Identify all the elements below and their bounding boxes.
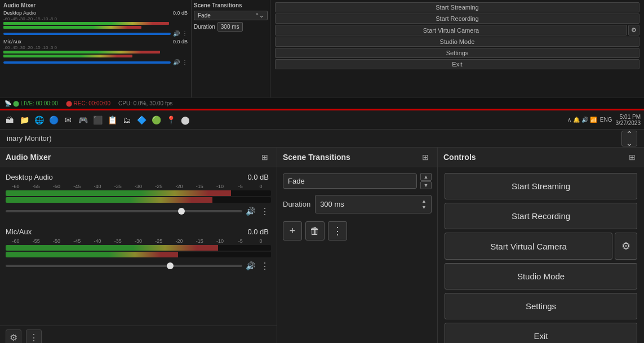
mini-vol-desktop	[3, 33, 171, 35]
mic-meter-bottom	[6, 252, 271, 257]
mic-speaker-icon[interactable]: 🔊	[246, 261, 255, 270]
taskbar-icon-circle[interactable]: ⬤	[179, 114, 192, 126]
start-streaming-btn[interactable]: Start Streaming	[445, 173, 637, 199]
taskbar-icon-chrome[interactable]: 🔵	[47, 114, 60, 126]
taskbar-icon-blue[interactable]: 🔷	[135, 114, 148, 126]
desktop-audio-db: 0.0 dB	[247, 173, 269, 181]
scene-transitions-title: Scene Transitions	[283, 153, 419, 162]
mini-fade-arrows: ⌃⌄	[255, 12, 264, 19]
mini-scene-title: Scene Transitions	[194, 2, 268, 8]
controls-header: Controls ⊞	[438, 148, 644, 167]
taskbar-icon-2[interactable]: 📁	[18, 114, 30, 126]
desktop-speaker-icon[interactable]: 🔊	[246, 207, 255, 216]
mini-settings-btn[interactable]: Settings	[275, 48, 639, 58]
primary-monitor-expand-btn[interactable]: ⌃⌄	[621, 131, 637, 146]
duration-up-btn[interactable]: ▲	[421, 198, 427, 204]
top-preview-section: Audio Mixer Desktop Audio 0.0 dB -60-45-…	[0, 0, 644, 110]
taskbar-icon-1[interactable]: 🏔	[3, 114, 16, 126]
taskbar-icon-3[interactable]: 🌐	[33, 114, 45, 126]
duration-label: Duration	[283, 200, 310, 208]
taskbar-icon-game[interactable]: 🎮	[77, 114, 89, 126]
mini-scene-panel: Scene Transitions Fade ⌃⌄ Duration 300 m…	[192, 0, 270, 97]
desktop-meter-top	[6, 190, 271, 196]
mic-aux-db: 0.0 dB	[247, 228, 269, 236]
duration-value-text: 300 ms	[320, 200, 344, 208]
mini-meter-desktop-bot	[3, 26, 141, 29]
mini-desktop-row: Desktop Audio 0.0 dB	[3, 10, 188, 16]
preview-status-bar: 📡 ⬤ LIVE: 00:00:00 ⬤ REC: 00:00:00 CPU: …	[0, 97, 644, 109]
mic-volume-slider[interactable]	[6, 265, 242, 267]
taskbar-icon-folder[interactable]: 🗂	[121, 114, 133, 126]
taskbar-icon-email[interactable]: ✉	[62, 114, 74, 126]
transition-select-row: Fade ▲ ▼	[283, 173, 432, 189]
audio-mixer-panel: Audio Mixer ⊞ Desktop Audio 0.0 dB -60-5…	[0, 148, 277, 343]
more-transitions-btn[interactable]: ⋮	[328, 221, 347, 240]
mixer-footer: ⚙ ⋮	[0, 326, 277, 343]
mixer-gear-btn[interactable]: ⚙	[6, 329, 21, 343]
mic-aux-header: Mic/Aux 0.0 dB	[6, 228, 271, 236]
mini-vol-mic	[3, 61, 171, 64]
transition-actions: + 🗑 ⋮	[283, 221, 432, 240]
mini-mic-controls: 🔊 ⋮	[3, 59, 188, 65]
add-transition-btn[interactable]: +	[283, 221, 302, 240]
scene-transitions-panel: Scene Transitions ⊞ Fade ▲ ▼ Duration 30…	[277, 148, 438, 343]
start-recording-btn[interactable]: Start Recording	[445, 203, 637, 229]
mixer-content: Desktop Audio 0.0 dB -60-55-50-45-40-35-…	[0, 167, 277, 326]
mini-studio-mode-btn[interactable]: Studio Mode	[275, 37, 639, 47]
exit-btn[interactable]: Exit	[445, 323, 637, 343]
desktop-more-btn[interactable]: ⋮	[259, 205, 271, 217]
audio-mixer-title: Audio Mixer	[6, 153, 259, 162]
desktop-audio-controls: 🔊 ⋮	[6, 205, 271, 217]
settings-btn[interactable]: Settings	[445, 293, 637, 319]
studio-mode-btn[interactable]: Studio Mode	[445, 263, 637, 289]
mini-meter-mic-top	[3, 51, 160, 54]
controls-expand-btn[interactable]: ⊞	[626, 151, 638, 163]
virtual-camera-row: Start Virtual Camera ⚙	[445, 233, 637, 260]
desktop-meter-bottom	[6, 197, 271, 203]
taskbar-clock: 5:01 PM 3/27/2023	[616, 114, 641, 126]
transition-down-arrow[interactable]: ▼	[420, 181, 432, 189]
mic-more-btn[interactable]: ⋮	[259, 260, 271, 272]
mini-virtual-row: Start Virtual Camera ⚙	[275, 25, 639, 35]
scene-transitions-expand-btn[interactable]: ⊞	[419, 151, 432, 163]
mini-controls-panel: Start Streaming Start Recording Start Vi…	[270, 0, 644, 97]
mini-duration-val: 300 ms	[217, 22, 243, 32]
mic-meter-bar-bot	[6, 252, 178, 257]
mixer-dots-btn[interactable]: ⋮	[26, 329, 42, 343]
taskbar-icon-files[interactable]: 📋	[106, 114, 118, 126]
transition-up-arrow[interactable]: ▲	[420, 173, 432, 181]
mini-exit-btn[interactable]: Exit	[275, 59, 639, 69]
mini-start-recording-btn[interactable]: Start Recording	[275, 14, 639, 24]
taskbar-icon-green[interactable]: 🟢	[150, 114, 162, 126]
taskbar-icon-pin[interactable]: 📍	[165, 114, 177, 126]
desktop-meter-scale: -60-55-50-45-40-35-30-25-20-15-10-50	[6, 184, 271, 189]
virtual-camera-gear-btn[interactable]: ⚙	[615, 233, 637, 260]
desktop-volume-slider[interactable]	[6, 210, 242, 212]
mini-mic-row: Mic/Aux 0.0 dB	[3, 39, 188, 44]
taskbar-systray: ∧ 🔔 🔊 📶	[567, 117, 596, 123]
mini-virtual-gear-btn[interactable]: ⚙	[628, 25, 639, 35]
mini-virtual-camera-btn[interactable]: Start Virtual Camera	[275, 25, 627, 35]
mic-meter-bar-top	[6, 245, 218, 251]
taskbar-icon-obs[interactable]: ⬛	[91, 114, 104, 126]
transition-type-select[interactable]: Fade	[283, 173, 417, 189]
taskbar: 🏔 📁 🌐 🔵 ✉ 🎮 ⬛ 📋 🗂 🔷 🟢 📍 ⬤ ∧ 🔔 🔊 📶 ENG 5:…	[0, 110, 644, 130]
mini-scale-desktop: -60-45-30-20-15-10-50	[3, 16, 188, 21]
desktop-meter-bar-top	[6, 190, 231, 196]
delete-transition-btn[interactable]: 🗑	[305, 221, 325, 240]
controls-content: Start Streaming Start Recording Start Vi…	[438, 167, 644, 343]
audio-mixer-expand-btn[interactable]: ⊞	[259, 151, 271, 163]
start-virtual-camera-btn[interactable]: Start Virtual Camera	[445, 233, 612, 260]
mini-meter-mic-bot	[3, 55, 132, 57]
mini-fade-select[interactable]: Fade ⌃⌄	[194, 11, 268, 20]
desktop-audio-name: Desktop Audio	[6, 173, 247, 181]
mic-aux-channel: Mic/Aux 0.0 dB -60-55-50-45-40-35-30-25-…	[6, 228, 271, 272]
duration-down-btn[interactable]: ▼	[421, 204, 427, 210]
mini-start-streaming-btn[interactable]: Start Streaming	[275, 2, 639, 12]
mini-mic-db: 0.0 dB	[173, 39, 188, 44]
desktop-audio-channel: Desktop Audio 0.0 dB -60-55-50-45-40-35-…	[6, 173, 271, 217]
mini-fade-label: Fade	[198, 12, 211, 19]
mini-scale-mic: -60-45-30-20-15-10-50	[3, 45, 188, 50]
mini-duration-label: Duration	[194, 24, 215, 30]
desktop-audio-header: Desktop Audio 0.0 dB	[6, 173, 271, 181]
